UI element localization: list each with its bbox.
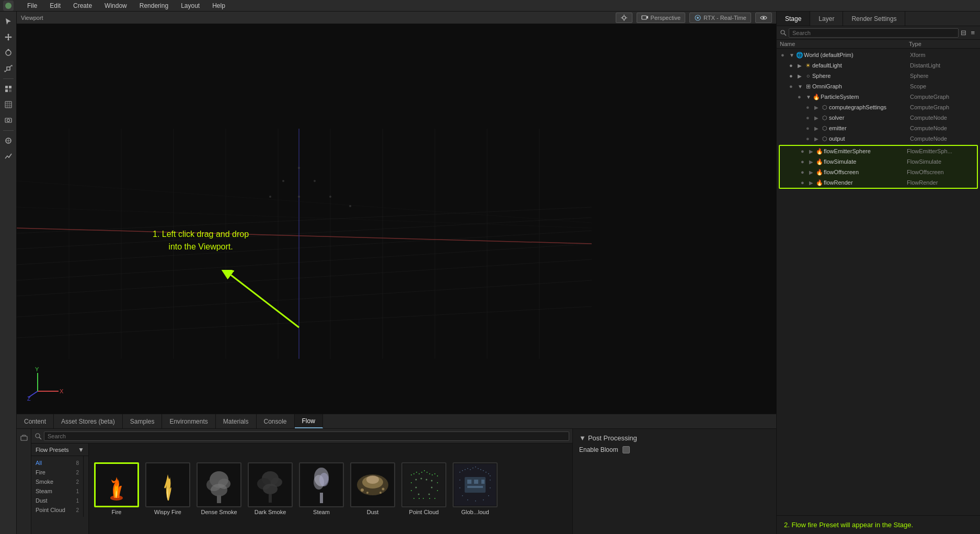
eye-output[interactable]: ● [806,135,814,142]
expand-world[interactable]: ▼ [789,52,795,58]
preset-steam[interactable]: Steam [298,462,345,515]
flow-cat-all[interactable]: All 8 [31,458,83,468]
stage-tab-stage[interactable]: Stage [777,12,810,26]
tab-flow[interactable]: Flow [295,414,323,428]
preset-point-cloud[interactable]: Point Cloud [400,462,447,515]
flow-cat-fire[interactable]: Fire 2 [31,468,83,477]
expand-particleSystem[interactable]: ▼ [806,94,812,100]
expand-sphere[interactable]: ▶ [798,73,804,79]
tool-scale[interactable] [2,62,15,75]
tool-physics[interactable] [2,134,15,147]
eye-flowSimulate[interactable]: ● [801,158,809,165]
stage-filter-btn[interactable]: ⊟ [959,29,969,37]
preset-dust-thumb[interactable] [350,462,395,507]
eye-flowRender[interactable]: ● [801,179,809,186]
eye-particleSystem[interactable]: ● [798,94,806,100]
eye-computegraphSettings[interactable]: ● [806,104,814,110]
stage-search-input[interactable] [789,28,959,38]
visibility-btn[interactable] [755,13,772,23]
expand-flowRender[interactable]: ▶ [809,180,815,186]
tree-row-flowRender[interactable]: ● ▶ 🔥 flowRender FlowRender [780,177,977,188]
expand-omniGraph[interactable]: ▼ [798,84,804,89]
menu-help[interactable]: Help [209,1,228,10]
tree-row-sphere[interactable]: ● ▶ ○ Sphere Sphere [777,71,980,81]
tree-row-flowOffscreen[interactable]: ● ▶ 🔥 flowOffscreen FlowOffscreen [780,167,977,177]
tree-row-solver[interactable]: ● ▶ ⬡ solver ComputeNode [777,112,980,123]
expand-solver[interactable]: ▶ [814,115,821,121]
search-input[interactable] [44,431,569,441]
tree-row-world[interactable]: ● ▼ 🌐 World (defaultPrim) Xform [777,50,980,60]
tree-row-defaultLight[interactable]: ● ▶ ☀ defaultLight DistantLight [777,60,980,71]
menu-edit[interactable]: Edit [47,1,64,10]
enable-bloom-checkbox[interactable] [622,446,630,453]
tab-content[interactable]: Content [17,414,54,428]
tree-row-particleSystem[interactable]: ● ▼ 🔥 ParticleSystem ComputeGraph [777,92,980,102]
preset-dense-smoke[interactable]: Dense Smoke [195,462,243,515]
tree-row-emitter[interactable]: ● ▶ ⬡ emitter ComputeNode [777,123,980,133]
preset-glob-loud-thumb[interactable] [453,462,498,507]
tree-row-omniGraph[interactable]: ● ▼ ⊞ OmniGraph Scope [777,81,980,92]
camera-mode-btn[interactable]: Perspective [637,13,685,23]
stage-tab-layer[interactable]: Layer [810,12,843,26]
preset-point-cloud-thumb[interactable] [401,462,446,507]
tool-grid[interactable] [2,98,15,111]
tool-snap[interactable] [2,82,15,96]
preset-steam-thumb[interactable] [299,462,344,507]
tool-move[interactable] [2,30,15,44]
eye-defaultLight[interactable]: ● [789,62,798,69]
viewport[interactable]: X Y Z 1. Left click drag and drop into t… [17,24,776,414]
eye-world[interactable]: ● [781,52,789,58]
tab-samples[interactable]: Samples [123,414,163,428]
tab-materials[interactable]: Materials [216,414,257,428]
tree-row-flowEmitterSphere[interactable]: ● ▶ 🔥 flowEmitterSphere FlowEmitterSph..… [780,146,977,156]
expand-flowSimulate[interactable]: ▶ [809,159,815,165]
renderer-btn[interactable]: RTX - Real-Time [689,13,751,23]
type-flowSimulate: FlowSimulate [907,158,975,165]
tab-console[interactable]: Console [257,414,295,428]
bottom-tool-btn[interactable] [19,433,29,445]
stage-tab-render-settings[interactable]: Render Settings [843,12,905,26]
eye-flowOffscreen[interactable]: ● [801,169,809,175]
tool-select[interactable] [2,15,15,28]
preset-fire-thumb[interactable] [94,462,139,507]
menu-create[interactable]: Create [70,1,95,10]
viewport-settings-btn[interactable] [616,13,632,23]
preset-dust[interactable]: Dust [349,462,396,515]
eye-omniGraph[interactable]: ● [789,83,798,89]
icon-computegraphSettings: ⬡ [821,103,829,111]
expand-emitter[interactable]: ▶ [814,126,821,131]
flow-cat-point-cloud[interactable]: Point Cloud 2 [31,505,83,515]
flow-cat-dust[interactable]: Dust 1 [31,496,83,505]
preset-wispy-fire[interactable]: Wispy Fire [144,462,191,515]
stage-options-btn[interactable]: ≡ [969,29,977,37]
expand-defaultLight[interactable]: ▶ [798,63,804,69]
eye-emitter[interactable]: ● [806,125,814,131]
expand-flowEmitterSphere[interactable]: ▶ [809,149,815,154]
preset-dark-smoke-thumb[interactable] [248,462,293,507]
tool-rotate[interactable] [2,46,15,60]
eye-sphere[interactable]: ● [789,73,798,79]
tool-analytics[interactable] [2,150,15,163]
preset-wispy-fire-thumb[interactable] [145,462,190,507]
tab-environments[interactable]: Environments [162,414,215,428]
preset-glob-loud[interactable]: Glob...loud [452,462,499,515]
expand-output[interactable]: ▶ [814,136,821,142]
menu-file[interactable]: File [24,1,40,10]
preset-dark-smoke[interactable]: Dark Smoke [247,462,294,515]
tool-camera[interactable] [2,113,15,127]
flow-cat-steam[interactable]: Steam 1 [31,486,83,496]
tree-row-computegraphSettings[interactable]: ● ▶ ⬡ computegraphSettings ComputeGraph [777,102,980,112]
menu-window[interactable]: Window [101,1,130,10]
preset-dense-smoke-thumb[interactable] [197,462,241,507]
tree-row-flowSimulate[interactable]: ● ▶ 🔥 flowSimulate FlowSimulate [780,156,977,167]
menu-layout[interactable]: Layout [178,1,203,10]
eye-flowEmitterSphere[interactable]: ● [801,148,809,154]
preset-fire[interactable]: Fire [93,462,140,515]
menu-rendering[interactable]: Rendering [136,1,171,10]
eye-solver[interactable]: ● [806,115,814,121]
flow-cat-smoke[interactable]: Smoke 2 [31,477,83,486]
tree-row-output[interactable]: ● ▶ ⬡ output ComputeNode [777,133,980,144]
expand-computegraphSettings[interactable]: ▶ [814,105,821,110]
tab-asset-stores[interactable]: Asset Stores (beta) [54,414,123,428]
expand-flowOffscreen[interactable]: ▶ [809,169,815,175]
